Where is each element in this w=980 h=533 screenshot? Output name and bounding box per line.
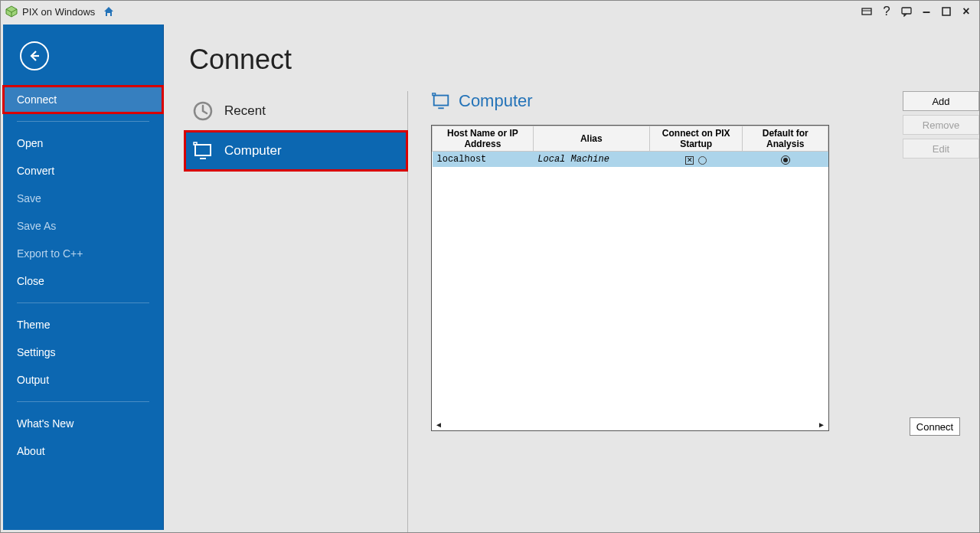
sidebar-separator <box>17 121 149 122</box>
help-icon[interactable]: ? <box>878 3 895 20</box>
col-host[interactable]: Host Name or IP Address <box>433 126 534 152</box>
sidebar-item-open[interactable]: Open <box>3 129 163 157</box>
maximize-icon[interactable] <box>938 3 955 20</box>
radio-selected-icon <box>781 155 790 165</box>
sidebar-item-convert[interactable]: Convert <box>3 157 163 185</box>
add-button[interactable]: Add <box>903 91 979 111</box>
checkbox-checked-icon: ✕ <box>685 156 694 165</box>
minimize-icon[interactable]: – <box>918 3 935 20</box>
remove-button[interactable]: Remove <box>903 115 979 135</box>
connect-button-wrap: Connect <box>910 417 960 436</box>
layout-icon[interactable] <box>858 3 875 20</box>
titlebar: PIX on Windows ? – × <box>1 1 979 22</box>
app-icon <box>5 5 18 18</box>
cell-alias: Local Machine <box>533 152 649 167</box>
cell-startup[interactable]: ✕ <box>649 152 743 167</box>
close-icon[interactable]: × <box>958 3 975 20</box>
content-area: Connect Recent Computer <box>166 22 979 532</box>
category-label: Computer <box>224 143 282 159</box>
sidebar-separator <box>17 401 149 402</box>
clock-icon <box>192 100 214 122</box>
category-label: Recent <box>224 103 266 119</box>
sidebar-item-export[interactable]: Export to C++ <box>3 240 163 267</box>
page-title: Connect <box>189 44 979 76</box>
sidebar-item-save[interactable]: Save <box>3 185 163 212</box>
connect-button[interactable]: Connect <box>910 417 960 436</box>
col-default[interactable]: Default for Analysis <box>743 126 828 152</box>
side-buttons: Add Remove Edit <box>903 91 979 162</box>
category-list: Recent Computer <box>166 91 407 532</box>
feedback-icon[interactable] <box>898 3 915 20</box>
panel-title: Computer <box>431 91 878 111</box>
sidebar-item-settings[interactable]: Settings <box>3 338 163 366</box>
table-row[interactable]: localhost Local Machine ✕ <box>433 152 828 167</box>
connection-grid[interactable]: Host Name or IP Address Alias Connect on… <box>431 125 829 431</box>
app-title: PIX on Windows <box>22 6 95 18</box>
svg-rect-2 <box>862 8 871 15</box>
home-icon[interactable] <box>103 5 115 18</box>
col-alias[interactable]: Alias <box>533 126 649 152</box>
edit-button[interactable]: Edit <box>903 139 979 159</box>
svg-rect-11 <box>434 96 449 106</box>
horizontal-scroll-hint: ◄ ► <box>435 420 825 429</box>
computer-icon <box>192 140 214 162</box>
sidebar-item-output[interactable]: Output <box>3 366 163 394</box>
sidebar-item-saveas[interactable]: Save As <box>3 212 163 240</box>
svg-rect-12 <box>433 93 436 96</box>
category-recent[interactable]: Recent <box>185 91 407 131</box>
scroll-right-icon[interactable]: ► <box>818 420 825 429</box>
computer-icon <box>431 91 451 111</box>
right-panel: Computer Host Name or IP Address Alias C… <box>407 91 979 532</box>
category-computer[interactable]: Computer <box>185 131 407 171</box>
scroll-left-icon[interactable]: ◄ <box>435 420 443 429</box>
svg-rect-4 <box>902 8 911 14</box>
sidebar-item-about[interactable]: About <box>3 437 163 465</box>
cell-host: localhost <box>433 152 534 167</box>
col-startup[interactable]: Connect on PIX Startup <box>649 126 743 152</box>
back-button[interactable] <box>20 41 49 70</box>
svg-rect-9 <box>194 142 197 145</box>
sidebar-item-whatsnew[interactable]: What's New <box>3 410 163 437</box>
svg-rect-8 <box>195 145 211 155</box>
cell-default[interactable] <box>743 152 828 167</box>
sidebar: Connect Open Convert Save Save As Export… <box>3 25 164 530</box>
sidebar-separator <box>17 302 149 303</box>
sidebar-item-connect[interactable]: Connect <box>3 86 163 113</box>
sidebar-item-theme[interactable]: Theme <box>3 311 163 338</box>
svg-rect-5 <box>942 8 950 15</box>
radio-empty-icon <box>698 156 707 165</box>
sidebar-item-close[interactable]: Close <box>3 267 163 295</box>
